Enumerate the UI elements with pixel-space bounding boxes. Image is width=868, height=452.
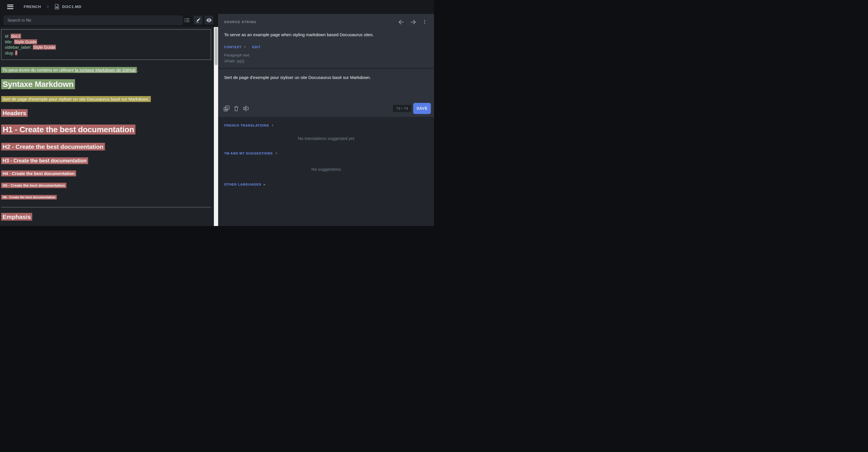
heading-h1-sample: H1 - Create the best documentation [1,125,211,134]
translated-string[interactable]: Syntaxe Markdown [1,79,75,89]
frontmatter-key: id: [5,34,10,38]
paragraph-selected: Sert de page d'exemple pour styliser un … [1,96,211,102]
translation-panel: SOURCE STRING To serve as an example pag… [218,0,434,226]
frontmatter-key: slug: [5,51,15,55]
crowdin-editor: FRENCH M DOC1.MD [0,0,434,226]
section-other-languages: OTHER LANGUAGES ▶ [224,183,428,186]
french-translations-toggle[interactable]: FRENCH TRANSLATIONS [224,124,269,127]
search-toolbar [0,13,218,27]
frontmatter-block: id: doc1 title: Style Guide sidebar_labe… [1,29,211,60]
untranslated-string[interactable]: H5 - Create the best documentation [1,183,66,188]
heading-h3-sample: H3 - Create the best documentation [1,158,211,164]
search-input[interactable] [3,15,183,25]
translation-toolbar: 73 • 74 SAVE [218,102,434,115]
chevron-down-icon: ▼ [244,46,246,49]
translation-editor-card: Sert de page d'exemple pour styliser un … [218,69,434,117]
intro-link[interactable]: la syntaxe Markdown de GitHub [75,68,136,72]
breadcrumb-chevron-icon [45,5,50,9]
section-french-translations: FRENCH TRANSLATIONS ▼ [224,124,428,127]
untranslated-string[interactable]: H1 - Create the best documentation [1,125,135,134]
frontmatter-value-string[interactable]: Style Guide [14,39,37,44]
file-preview-panel: id: doc1 title: Style Guide sidebar_labe… [0,13,218,226]
copy-source-icon[interactable] [222,103,231,113]
character-counter-badge: 73 • 74 [393,105,411,112]
source-string-label: SOURCE STRING [224,20,256,24]
edit-mode-icon[interactable] [194,16,203,25]
next-string-arrow-icon[interactable] [409,19,416,25]
suggestions-area: FRENCH TRANSLATIONS ▼ No translations su… [218,124,434,186]
document-preview: id: doc1 title: Style Guide sidebar_labe… [0,27,214,226]
selected-string[interactable]: Sert de page d'exemple pour styliser un … [1,96,151,102]
untranslated-string[interactable]: H4 - Create the best documentation [1,170,76,176]
chevron-down-icon: ▼ [275,152,278,155]
context-edit-button[interactable]: EDIT [252,45,260,49]
frontmatter-value-string[interactable]: doc1 [10,34,21,38]
frontmatter-line: title: Style Guide [5,39,207,45]
translation-textarea[interactable]: Sert de page d'exemple pour styliser un … [224,69,428,80]
heading-h6-sample: H6 - Create the best documentation [1,195,211,199]
heading-emphasis: Emphasis [1,214,211,220]
source-string-card: SOURCE STRING To serve as an example pag… [218,14,434,68]
top-bar: FRENCH M DOC1.MD [0,0,434,13]
breadcrumb-file[interactable]: DOC1.MD [62,5,82,9]
hamburger-menu-icon[interactable] [7,3,13,10]
delete-translation-icon[interactable] [231,103,241,113]
context-toggle[interactable]: CONTEXT [224,45,242,49]
heading-h5-sample: H5 - Create the best documentation [1,183,211,188]
string-nav-actions [398,19,428,25]
frontmatter-line: slug: / [5,50,207,56]
context-type: Paragraph text [224,52,428,58]
intro-period: . [137,68,138,72]
other-languages-toggle[interactable]: OTHER LANGUAGES [224,183,261,186]
frontmatter-line: sidebar_label: Style Guide [5,44,207,50]
previous-string-arrow-icon[interactable] [398,19,405,25]
chevron-right-icon: ▶ [264,183,266,186]
frontmatter-value-string[interactable]: Style Guide [33,45,56,50]
frontmatter-key: title: [5,39,14,44]
breadcrumb-project[interactable]: FRENCH [24,5,41,9]
untranslated-string[interactable]: Headers [1,109,28,117]
kebab-menu-icon[interactable] [421,19,428,25]
intro-text: Tu peux écrire du contenu en utilisant [3,68,75,72]
horizontal-rule [1,207,211,207]
untranslated-string[interactable]: Emphasis [1,213,32,221]
frontmatter-key: sidebar_label: [5,45,33,50]
untranslated-string[interactable]: H6 - Create the best documentation [1,195,57,199]
section-tm-mt-suggestions: TM AND MT SUGGESTIONS ▼ [224,152,428,155]
context-details: Paragraph text XPath: /p[2] [224,52,428,64]
source-string-header: SOURCE STRING [224,14,428,25]
translations-empty-state: No translations suggested yet [224,136,428,141]
select-text-icon[interactable] [241,103,251,113]
suggestions-empty-state: No suggestions [224,167,428,171]
source-string-text: To serve as an example page when styling… [224,32,428,37]
context-row: CONTEXT ▼ EDIT [224,45,428,49]
heading-headers: Headers [1,110,211,117]
preview-scrollbar-thumb[interactable] [215,28,218,65]
translated-string[interactable]: Tu peux écrire du contenu en utilisant l… [1,67,137,73]
frontmatter-value-string[interactable]: / [15,51,18,55]
paragraph-translated: Tu peux écrire du contenu en utilisant l… [1,67,211,73]
frontmatter-line: id: doc1 [5,33,207,39]
string-list-view-icon[interactable] [183,16,191,25]
preview-eye-icon[interactable] [205,16,213,25]
markdown-file-icon: M [55,4,59,10]
heading-h2-sample: H2 - Create the best documentation [1,143,211,150]
svg-text:M: M [56,6,58,8]
tm-mt-suggestions-toggle[interactable]: TM AND MT SUGGESTIONS [224,152,273,155]
preview-scrollbar-track[interactable] [214,27,218,226]
heading-syntaxe-markdown: Syntaxe Markdown [1,80,211,89]
chevron-down-icon: ▼ [271,124,274,127]
save-button[interactable]: SAVE [413,103,431,114]
context-xpath: XPath: /p[2] [224,58,428,64]
heading-h4-sample: H4 - Create the best documentation [1,171,211,176]
untranslated-string[interactable]: H3 - Create the best documentation [1,157,88,164]
untranslated-string[interactable]: H2 - Create the best documentation [1,143,105,151]
